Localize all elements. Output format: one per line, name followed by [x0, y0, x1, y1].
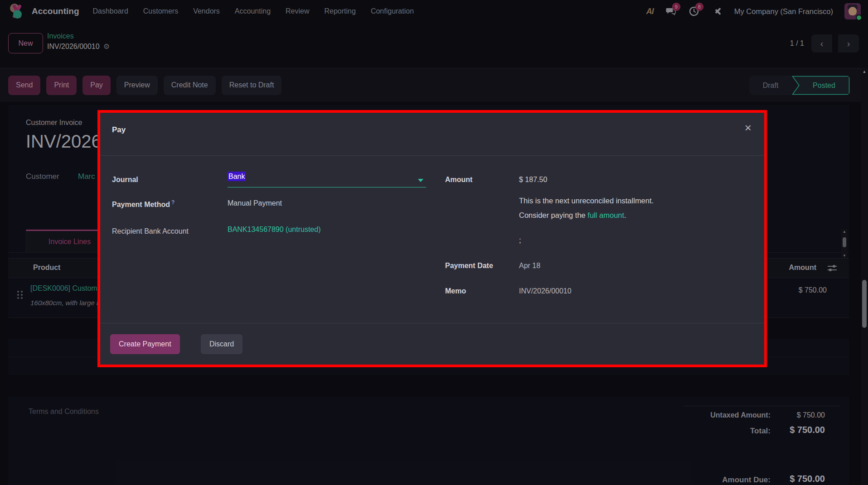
discard-button[interactable]: Discard	[201, 334, 242, 354]
full-amount-link[interactable]: full amount	[587, 211, 624, 219]
memo-label: Memo	[445, 287, 466, 295]
installment-note-line1: This is the next unreconciled installmen…	[519, 197, 654, 205]
journal-input[interactable]: Bank	[228, 173, 426, 187]
pay-modal: Pay × Journal Bank Payment Method? Manua…	[100, 113, 764, 365]
amount-label: Amount	[445, 176, 472, 184]
close-icon[interactable]: ×	[745, 122, 752, 134]
pay-modal-highlight-border: Pay × Journal Bank Payment Method? Manua…	[97, 110, 767, 367]
dropdown-caret-icon[interactable]	[418, 179, 423, 182]
amount-value[interactable]: $ 187.50	[519, 176, 547, 184]
payment-method-label: Payment Method?	[112, 199, 175, 209]
recipient-bank-account-label: Recipient Bank Account	[112, 226, 207, 237]
journal-selected-text: Bank	[228, 172, 246, 181]
recipient-bank-account-link[interactable]: BANK134567890 (untrusted)	[228, 226, 320, 234]
help-question-icon[interactable]: ?	[171, 199, 175, 206]
installment-note-line2: Consider paying the full amount.	[519, 211, 626, 220]
payment-date-label: Payment Date	[445, 262, 493, 270]
semicolon-text: ;	[519, 236, 521, 245]
payment-date-value[interactable]: Apr 18	[519, 262, 540, 270]
payment-method-value[interactable]: Manual Payment	[228, 199, 282, 207]
modal-title: Pay	[112, 125, 126, 134]
memo-value[interactable]: INV/2026/00010	[519, 287, 572, 295]
create-payment-button[interactable]: Create Payment	[110, 334, 180, 354]
journal-label: Journal	[112, 176, 138, 184]
